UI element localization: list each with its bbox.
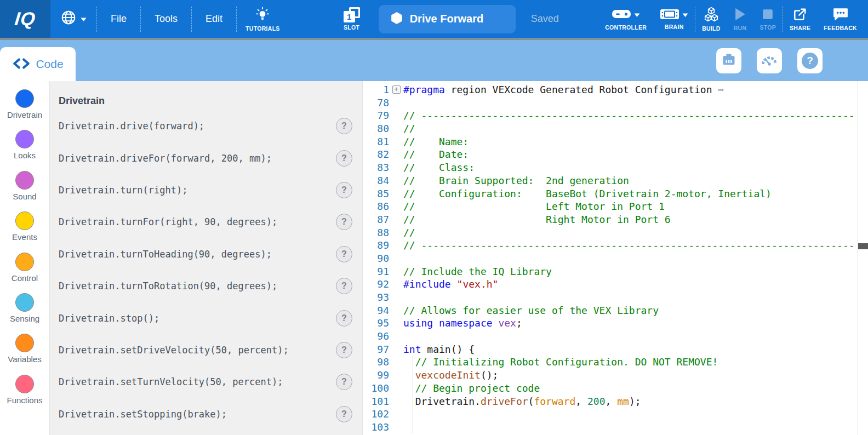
category-color-icon[interactable] <box>15 375 34 393</box>
code-line[interactable]: 84// Brain Supported: 2nd generation <box>363 174 868 187</box>
code-line[interactable]: 93 <box>363 291 868 304</box>
code-text: // Brain Supported: 2nd generation <box>403 174 868 187</box>
main-content: DrivetrainLooksSoundEventsControlSensing… <box>0 81 868 435</box>
command-help-button[interactable]: ? <box>336 278 352 294</box>
code-line[interactable]: 90 <box>363 252 868 265</box>
devices-button[interactable] <box>716 48 741 73</box>
project-name-button[interactable]: Drive Forward <box>379 5 516 33</box>
command-code[interactable]: Drivetrain.setTurnVelocity(50, percent); <box>59 376 336 387</box>
tutorials-button[interactable]: TUTORIALS <box>237 0 289 38</box>
command-help-button[interactable]: ? <box>336 150 352 167</box>
code-line[interactable]: 87// Right Motor in Port 6 <box>363 213 868 226</box>
menu-file[interactable]: File <box>97 0 140 38</box>
command-code[interactable]: Drivetrain.turn(right); <box>59 185 336 196</box>
category-label: Events <box>12 232 37 242</box>
code-line[interactable]: 82// Date: <box>363 148 868 161</box>
build-button[interactable]: BUILD <box>695 0 727 38</box>
command-code[interactable]: Drivetrain.driveFor(forward, 200, mm); <box>59 153 336 164</box>
code-line[interactable]: 88// <box>363 226 868 239</box>
app-logo: IQ <box>0 0 50 38</box>
code-line[interactable]: 92#include "vex.h" <box>363 278 868 291</box>
category-label: Drivetrain <box>7 110 42 119</box>
code-line[interactable]: 91// Include the IQ Library <box>363 265 868 278</box>
code-line[interactable]: 102 <box>363 408 868 421</box>
sidebar-category-sensing[interactable]: Sensing <box>0 291 49 332</box>
sidebar-category-functions[interactable]: Functions <box>0 373 49 414</box>
code-line[interactable]: 94// Allows for easier use of the VEX Li… <box>363 304 868 317</box>
code-line[interactable]: 99 vexcodeInit(); <box>363 369 868 382</box>
run-button[interactable]: RUN <box>727 0 753 38</box>
category-color-icon[interactable] <box>15 211 34 230</box>
help-button[interactable]: ? <box>797 48 823 73</box>
code-text: // -------------------------------------… <box>403 239 868 252</box>
menu-tools[interactable]: Tools <box>141 0 191 38</box>
code-line[interactable]: 100 // Begin project code <box>363 382 868 395</box>
category-color-icon[interactable] <box>15 334 34 352</box>
category-color-icon[interactable] <box>15 293 34 312</box>
slot-button[interactable]: 1 SLOT <box>337 0 367 38</box>
code-line[interactable]: 103 <box>363 421 868 434</box>
sidebar-category-sound[interactable]: Sound <box>0 169 49 210</box>
language-menu-button[interactable] <box>50 0 96 38</box>
code-line[interactable]: 96 <box>363 330 868 343</box>
command-help-button[interactable]: ? <box>336 214 352 230</box>
tab-code[interactable]: Code <box>0 47 76 81</box>
code-line[interactable]: 86// Left Motor in Port 1 <box>363 200 868 213</box>
code-text: // Allows for easier use of the VEX Libr… <box>403 304 868 317</box>
command-row: Drivetrain.turnToRotation(90, degrees);? <box>59 270 362 302</box>
line-number: 80 <box>363 122 389 135</box>
code-line[interactable]: 95using namespace vex; <box>363 317 868 330</box>
brain-label: BRAIN <box>665 24 684 30</box>
category-color-icon[interactable] <box>15 253 34 271</box>
code-line[interactable]: 97int main() { <box>363 343 868 356</box>
fold-gutter <box>389 395 403 408</box>
fold-expand-icon[interactable]: + <box>392 85 401 94</box>
feedback-button[interactable]: FEEDBACK <box>817 0 864 38</box>
line-number: 98 <box>363 356 389 369</box>
command-code[interactable]: Drivetrain.turnToRotation(90, degrees); <box>59 281 336 291</box>
brain-button[interactable]: BRAIN <box>653 0 695 38</box>
command-help-button[interactable]: ? <box>336 182 352 198</box>
code-line[interactable]: 83// Class: <box>363 161 868 174</box>
category-color-icon[interactable] <box>15 130 34 148</box>
sidebar-category-variables[interactable]: Variables <box>0 332 49 373</box>
code-line[interactable]: 101 Drivetrain.driveFor(forward, 200, mm… <box>363 395 868 408</box>
code-line[interactable]: 79// -----------------------------------… <box>363 109 868 122</box>
code-line[interactable]: 85// Configuration: BaseBot (Drivetrain … <box>363 187 868 201</box>
command-code[interactable]: Drivetrain.setStopping(brake); <box>59 409 336 420</box>
controller-button[interactable]: CONTROLLER <box>598 0 653 38</box>
sidebar-category-control[interactable]: Control <box>0 251 49 291</box>
command-help-button[interactable]: ? <box>336 406 352 422</box>
code-editor[interactable]: 1+#pragma region VEXcode Generated Robot… <box>362 81 868 435</box>
sidebar-category-drivetrain[interactable]: Drivetrain <box>0 88 49 128</box>
command-code[interactable]: Drivetrain.turnFor(right, 90, degrees); <box>59 216 336 227</box>
code-line[interactable]: 81// Name: <box>363 135 868 148</box>
category-color-icon[interactable] <box>15 171 34 190</box>
command-help-button[interactable]: ? <box>336 310 352 327</box>
sidebar-category-looks[interactable]: Looks <box>0 128 49 169</box>
command-code[interactable]: Drivetrain.turnToHeading(90, degrees); <box>59 249 336 260</box>
command-code[interactable]: Drivetrain.drive(forward); <box>59 121 336 131</box>
command-help-button[interactable]: ? <box>336 246 352 262</box>
code-line[interactable]: 98 // Initializing Robot Configuration. … <box>363 356 868 369</box>
stop-button[interactable]: STOP <box>753 0 783 38</box>
sidebar-category-events[interactable]: Events <box>0 210 49 250</box>
command-help-button[interactable]: ? <box>336 374 352 390</box>
code-line[interactable]: 80// <box>363 122 868 135</box>
fold-gutter <box>389 421 403 434</box>
menu-edit[interactable]: Edit <box>192 0 236 38</box>
code-line[interactable]: 1+#pragma region VEXcode Generated Robot… <box>363 83 868 96</box>
dashboard-button[interactable] <box>757 48 782 73</box>
code-line[interactable]: 89// -----------------------------------… <box>363 239 868 252</box>
command-help-button[interactable]: ? <box>336 342 352 358</box>
code-line[interactable]: 78 <box>363 96 868 110</box>
command-code[interactable]: Drivetrain.stop(); <box>59 313 336 324</box>
command-help-button[interactable]: ? <box>336 118 352 134</box>
chevron-down-icon <box>81 13 87 25</box>
category-color-icon[interactable] <box>15 89 34 108</box>
line-number: 92 <box>363 278 389 291</box>
scrollbar-track[interactable] <box>858 81 858 435</box>
share-button[interactable]: SHARE <box>783 0 817 38</box>
scrollbar-thumb[interactable] <box>858 243 868 249</box>
command-code[interactable]: Drivetrain.setDriveVelocity(50, percent)… <box>59 345 336 356</box>
